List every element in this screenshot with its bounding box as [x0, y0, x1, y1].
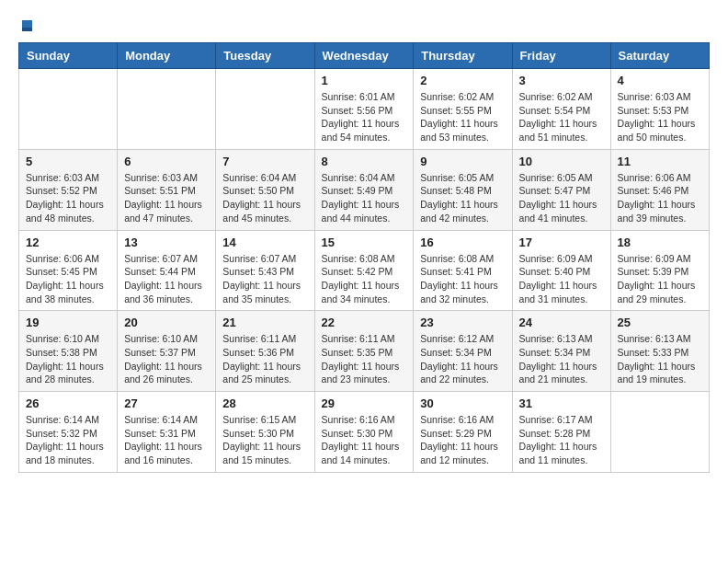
calendar-day-cell: 7Sunrise: 6:04 AM Sunset: 5:50 PM Daylig… [216, 149, 314, 230]
day-info: Sunrise: 6:15 AM Sunset: 5:30 PM Dayligh… [222, 413, 307, 467]
day-info: Sunrise: 6:08 AM Sunset: 5:42 PM Dayligh… [322, 252, 407, 306]
day-info: Sunrise: 6:07 AM Sunset: 5:44 PM Dayligh… [124, 252, 209, 306]
day-number: 18 [618, 236, 702, 249]
day-header-friday: Friday [512, 43, 610, 69]
day-info: Sunrise: 6:03 AM Sunset: 5:51 PM Dayligh… [124, 171, 209, 225]
day-number: 16 [420, 236, 505, 249]
day-header-monday: Monday [118, 43, 216, 69]
day-number: 8 [322, 155, 407, 168]
day-info: Sunrise: 6:02 AM Sunset: 5:55 PM Dayligh… [420, 90, 505, 144]
day-info: Sunrise: 6:14 AM Sunset: 5:32 PM Dayligh… [26, 413, 110, 467]
day-number: 20 [124, 316, 209, 329]
day-number: 22 [322, 316, 407, 329]
day-info: Sunrise: 6:08 AM Sunset: 5:41 PM Dayligh… [420, 252, 505, 306]
calendar-day-cell: 17Sunrise: 6:09 AM Sunset: 5:40 PM Dayli… [512, 230, 610, 311]
day-number: 24 [519, 316, 604, 329]
day-header-tuesday: Tuesday [216, 43, 314, 69]
day-info: Sunrise: 6:03 AM Sunset: 5:52 PM Dayligh… [26, 171, 110, 225]
day-number: 31 [519, 396, 604, 410]
day-info: Sunrise: 6:10 AM Sunset: 5:38 PM Dayligh… [26, 332, 110, 386]
calendar-day-cell: 28Sunrise: 6:15 AM Sunset: 5:30 PM Dayli… [216, 392, 314, 473]
day-number: 10 [519, 155, 604, 168]
day-info: Sunrise: 6:14 AM Sunset: 5:31 PM Dayligh… [124, 413, 209, 467]
day-info: Sunrise: 6:07 AM Sunset: 5:43 PM Dayligh… [222, 252, 307, 306]
day-info: Sunrise: 6:10 AM Sunset: 5:37 PM Dayligh… [124, 332, 209, 386]
calendar-day-cell: 3Sunrise: 6:02 AM Sunset: 5:54 PM Daylig… [512, 69, 610, 150]
calendar-day-cell: 31Sunrise: 6:17 AM Sunset: 5:28 PM Dayli… [512, 392, 610, 473]
svg-marker-1 [22, 28, 32, 31]
day-info: Sunrise: 6:06 AM Sunset: 5:46 PM Dayligh… [618, 171, 702, 225]
calendar-week-row: 1Sunrise: 6:01 AM Sunset: 5:56 PM Daylig… [19, 69, 710, 150]
day-info: Sunrise: 6:13 AM Sunset: 5:33 PM Dayligh… [618, 332, 702, 386]
calendar-day-cell: 20Sunrise: 6:10 AM Sunset: 5:37 PM Dayli… [118, 311, 216, 392]
calendar-day-cell [118, 69, 216, 150]
day-number: 4 [618, 74, 702, 87]
calendar-week-row: 5Sunrise: 6:03 AM Sunset: 5:52 PM Daylig… [19, 149, 710, 230]
calendar-day-cell: 14Sunrise: 6:07 AM Sunset: 5:43 PM Dayli… [216, 230, 314, 311]
day-info: Sunrise: 6:16 AM Sunset: 5:29 PM Dayligh… [420, 413, 505, 467]
day-number: 3 [519, 74, 604, 87]
day-info: Sunrise: 6:12 AM Sunset: 5:34 PM Dayligh… [420, 332, 505, 386]
day-number: 5 [26, 155, 110, 168]
calendar-week-row: 19Sunrise: 6:10 AM Sunset: 5:38 PM Dayli… [19, 311, 710, 392]
calendar-day-cell: 27Sunrise: 6:14 AM Sunset: 5:31 PM Dayli… [118, 392, 216, 473]
day-number: 9 [420, 155, 505, 168]
day-header-wednesday: Wednesday [314, 43, 414, 69]
calendar-day-cell: 10Sunrise: 6:05 AM Sunset: 5:47 PM Dayli… [512, 149, 610, 230]
day-number: 29 [322, 396, 407, 410]
day-number: 12 [26, 236, 110, 249]
calendar-day-cell [216, 69, 314, 150]
day-number: 19 [26, 316, 110, 329]
logo [18, 18, 35, 33]
calendar-day-cell: 25Sunrise: 6:13 AM Sunset: 5:33 PM Dayli… [610, 311, 709, 392]
calendar-day-cell [19, 69, 118, 150]
calendar-day-cell: 29Sunrise: 6:16 AM Sunset: 5:30 PM Dayli… [314, 392, 414, 473]
svg-marker-0 [22, 20, 32, 28]
calendar-day-cell: 15Sunrise: 6:08 AM Sunset: 5:42 PM Dayli… [314, 230, 414, 311]
day-header-thursday: Thursday [414, 43, 512, 69]
day-number: 25 [618, 316, 702, 329]
calendar-day-cell: 12Sunrise: 6:06 AM Sunset: 5:45 PM Dayli… [19, 230, 118, 311]
calendar-day-cell: 30Sunrise: 6:16 AM Sunset: 5:29 PM Dayli… [414, 392, 512, 473]
day-number: 26 [26, 396, 110, 410]
calendar-day-cell: 5Sunrise: 6:03 AM Sunset: 5:52 PM Daylig… [19, 149, 118, 230]
day-header-sunday: Sunday [19, 43, 118, 69]
day-number: 30 [420, 396, 505, 410]
day-number: 7 [222, 155, 307, 168]
calendar-week-row: 12Sunrise: 6:06 AM Sunset: 5:45 PM Dayli… [19, 230, 710, 311]
day-info: Sunrise: 6:06 AM Sunset: 5:45 PM Dayligh… [26, 252, 110, 306]
day-number: 14 [222, 236, 307, 249]
calendar-day-cell: 18Sunrise: 6:09 AM Sunset: 5:39 PM Dayli… [610, 230, 709, 311]
day-info: Sunrise: 6:13 AM Sunset: 5:34 PM Dayligh… [519, 332, 604, 386]
calendar-table: SundayMondayTuesdayWednesdayThursdayFrid… [18, 42, 710, 473]
calendar-day-cell [610, 392, 709, 473]
calendar-day-cell: 21Sunrise: 6:11 AM Sunset: 5:36 PM Dayli… [216, 311, 314, 392]
day-number: 11 [618, 155, 702, 168]
day-header-saturday: Saturday [610, 43, 709, 69]
calendar-day-cell: 2Sunrise: 6:02 AM Sunset: 5:55 PM Daylig… [414, 69, 512, 150]
calendar-day-cell: 1Sunrise: 6:01 AM Sunset: 5:56 PM Daylig… [314, 69, 414, 150]
day-info: Sunrise: 6:04 AM Sunset: 5:49 PM Dayligh… [322, 171, 407, 225]
calendar-day-cell: 22Sunrise: 6:11 AM Sunset: 5:35 PM Dayli… [314, 311, 414, 392]
day-number: 28 [222, 396, 307, 410]
day-number: 27 [124, 396, 209, 410]
calendar-day-cell: 9Sunrise: 6:05 AM Sunset: 5:48 PM Daylig… [414, 149, 512, 230]
day-info: Sunrise: 6:01 AM Sunset: 5:56 PM Dayligh… [322, 90, 407, 144]
day-info: Sunrise: 6:11 AM Sunset: 5:36 PM Dayligh… [222, 332, 307, 386]
calendar-day-cell: 23Sunrise: 6:12 AM Sunset: 5:34 PM Dayli… [414, 311, 512, 392]
day-info: Sunrise: 6:09 AM Sunset: 5:40 PM Dayligh… [519, 252, 604, 306]
day-number: 1 [322, 74, 407, 87]
calendar-day-cell: 6Sunrise: 6:03 AM Sunset: 5:51 PM Daylig… [118, 149, 216, 230]
day-info: Sunrise: 6:04 AM Sunset: 5:50 PM Dayligh… [222, 171, 307, 225]
calendar-day-cell: 24Sunrise: 6:13 AM Sunset: 5:34 PM Dayli… [512, 311, 610, 392]
day-number: 6 [124, 155, 209, 168]
day-number: 13 [124, 236, 209, 249]
calendar-header-row: SundayMondayTuesdayWednesdayThursdayFrid… [19, 43, 710, 69]
calendar-day-cell: 19Sunrise: 6:10 AM Sunset: 5:38 PM Dayli… [19, 311, 118, 392]
day-info: Sunrise: 6:05 AM Sunset: 5:47 PM Dayligh… [519, 171, 604, 225]
day-number: 2 [420, 74, 505, 87]
logo-flag-icon [19, 18, 34, 33]
calendar-day-cell: 4Sunrise: 6:03 AM Sunset: 5:53 PM Daylig… [610, 69, 709, 150]
day-number: 23 [420, 316, 505, 329]
day-info: Sunrise: 6:16 AM Sunset: 5:30 PM Dayligh… [322, 413, 407, 467]
